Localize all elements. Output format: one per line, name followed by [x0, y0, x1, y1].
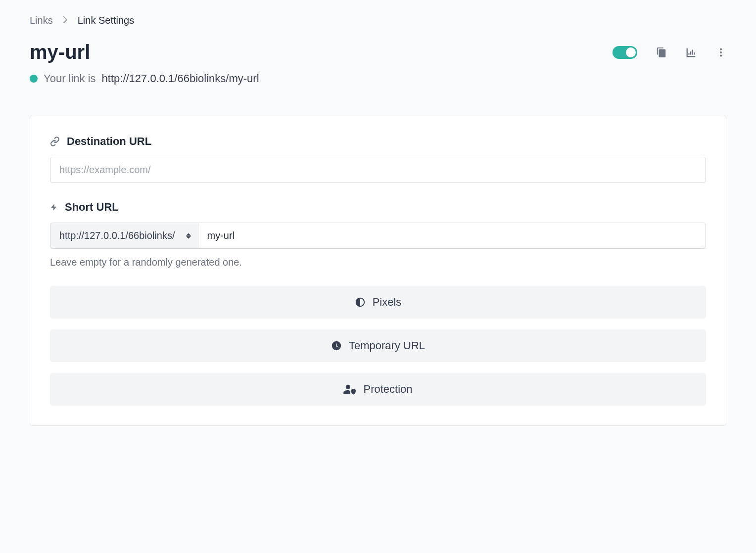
- short-url-input[interactable]: [198, 223, 707, 249]
- breadcrumb: Links Link Settings: [30, 15, 726, 26]
- domain-select[interactable]: http://127.0.0.1/66biolinks/: [50, 223, 198, 249]
- settings-card: Destination URL Short URL http://127.0.0…: [30, 115, 726, 426]
- svg-point-2: [720, 54, 722, 56]
- short-url-label: Short URL: [50, 201, 706, 214]
- short-url-group: Short URL http://127.0.0.1/66biolinks/ L…: [50, 201, 706, 268]
- status-dot-icon: [30, 75, 38, 83]
- svg-point-0: [720, 48, 722, 50]
- short-url-help: Leave empty for a randomly generated one…: [50, 257, 706, 268]
- short-url-label-text: Short URL: [65, 201, 119, 214]
- link-status-label: Your link is: [44, 72, 96, 85]
- destination-url-input[interactable]: [50, 157, 706, 183]
- pixels-section-button[interactable]: Pixels: [50, 286, 706, 319]
- temporary-url-section-button[interactable]: Temporary URL: [50, 329, 706, 362]
- more-menu-icon[interactable]: [715, 47, 726, 58]
- header-actions: [613, 46, 726, 59]
- select-caret-icon: [186, 233, 191, 238]
- enable-toggle[interactable]: [613, 46, 637, 59]
- link-status-url[interactable]: http://127.0.0.1/66biolinks/my-url: [102, 72, 259, 85]
- breadcrumb-parent-link[interactable]: Links: [30, 15, 53, 26]
- short-url-input-group: http://127.0.0.1/66biolinks/: [50, 223, 706, 249]
- page-header: my-url: [30, 41, 726, 63]
- link-status: Your link is http://127.0.0.1/66biolinks…: [30, 72, 726, 85]
- copy-icon[interactable]: [656, 47, 667, 58]
- protection-section-button[interactable]: Protection: [50, 373, 706, 406]
- breadcrumb-current: Link Settings: [78, 15, 135, 26]
- destination-url-label: Destination URL: [50, 135, 706, 148]
- svg-point-1: [720, 51, 722, 53]
- user-shield-icon: [343, 384, 356, 395]
- toggle-knob: [626, 47, 636, 57]
- bolt-icon: [50, 202, 58, 212]
- temporary-url-section-label: Temporary URL: [349, 339, 425, 352]
- clock-icon: [331, 340, 342, 351]
- destination-url-group: Destination URL: [50, 135, 706, 183]
- page-title: my-url: [30, 41, 90, 63]
- svg-point-3: [346, 385, 350, 389]
- protection-section-label: Protection: [363, 383, 412, 396]
- destination-url-label-text: Destination URL: [67, 135, 151, 148]
- pixels-section-label: Pixels: [373, 296, 402, 309]
- chevron-right-icon: [63, 16, 68, 25]
- analytics-icon[interactable]: [686, 47, 697, 58]
- domain-select-value: http://127.0.0.1/66biolinks/: [59, 230, 175, 241]
- link-icon: [50, 137, 60, 146]
- contrast-icon: [355, 297, 366, 308]
